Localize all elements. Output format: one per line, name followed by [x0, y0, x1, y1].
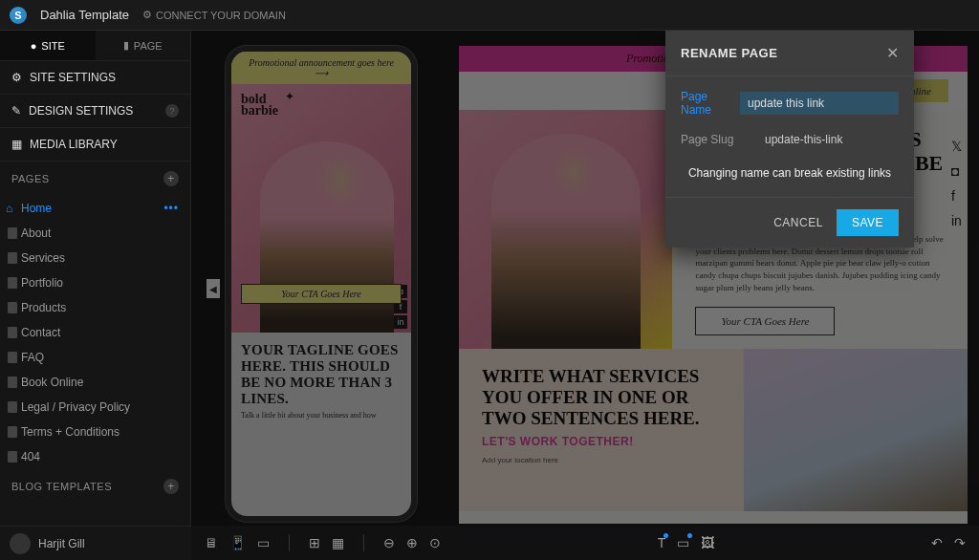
tab-site[interactable]: ● SITE — [0, 31, 96, 60]
app-logo-icon: S — [10, 7, 27, 24]
hero-image-placeholder — [260, 141, 394, 333]
grid-tools: ⊞ ▦ — [309, 535, 344, 550]
hero-image-placeholder — [491, 134, 641, 349]
tab-page-label: PAGE — [134, 40, 163, 52]
add-blog-template-button[interactable]: + — [163, 479, 179, 494]
services-text: WRITE WHAT SERVICES YOU OFFER IN ONE OR … — [459, 349, 744, 511]
pages-section-header: PAGES + — [0, 162, 190, 196]
close-icon[interactable]: ✕ — [886, 44, 899, 62]
page-item-contact[interactable]: Contact — [0, 320, 190, 345]
page-slug-label: Page Slug — [681, 133, 755, 146]
sidebar-item-media-library[interactable]: ▦ MEDIA LIBRARY — [0, 128, 190, 162]
mobile-promo-banner: Promotional announcement goes here ⟶ — [231, 52, 411, 84]
zoom-in-icon[interactable]: ⊕ — [406, 535, 418, 550]
text-tool-icon[interactable]: T — [658, 535, 666, 550]
bottom-toolbar: 🖥 📱 ▭ ⊞ ▦ ⊖ ⊕ ⊙ T ▭ 🖼 ↶ ↷ — [191, 526, 979, 560]
pages-header-label: PAGES — [11, 173, 50, 184]
sidebar-item-design-settings[interactable]: ✎ DESIGN SETTINGS ? — [0, 95, 190, 128]
cancel-button[interactable]: CANCEL — [773, 216, 823, 229]
site-name: Dahlia Template — [40, 8, 129, 22]
page-item-label: Legal / Privacy Policy — [21, 400, 130, 414]
page-item-menu-icon[interactable]: ••• — [163, 202, 179, 215]
canvas-area: Promotional announcement goes here ⟶ bol… — [191, 31, 979, 526]
desktop-icon[interactable]: 🖥 — [205, 535, 218, 550]
design-settings-label: DESIGN SETTINGS — [29, 104, 133, 118]
modal-warning-text: Changing name can break existing links — [681, 162, 899, 187]
page-list: ⌂ Home ••• About Services Portfolio Prod… — [0, 196, 190, 469]
undo-icon[interactable]: ↶ — [931, 535, 943, 550]
page-item-label: Contact — [21, 326, 60, 339]
page-item-label: Products — [21, 301, 66, 314]
page-item-label: Home — [21, 202, 52, 215]
page-name-row: Page Name — [681, 90, 899, 117]
page-item-services[interactable]: Services — [0, 246, 190, 270]
page-item-products[interactable]: Products — [0, 295, 190, 320]
rename-page-modal: RENAME PAGE ✕ Page Name Page Slug update… — [665, 31, 914, 248]
device-switcher: 🖥 📱 ▭ — [205, 535, 270, 550]
brand-line2: barbie — [241, 103, 278, 118]
page-item-label: Portfolio — [21, 276, 63, 290]
page-item-404[interactable]: 404 — [0, 444, 190, 469]
services-heading: WRITE WHAT SERVICES YOU OFFER IN ONE OR … — [482, 366, 721, 429]
prev-device-button[interactable]: ◀ — [207, 279, 220, 298]
site-settings-label: SITE SETTINGS — [30, 71, 116, 84]
page-slug-value: update-this-link — [765, 128, 899, 151]
image-tool-icon[interactable]: 🖼 — [701, 535, 714, 550]
page-name-input[interactable] — [740, 92, 899, 115]
facebook-icon: f — [951, 188, 962, 204]
brand-logo: bold barbie — [241, 94, 278, 117]
modal-body: Page Name Page Slug update-this-link Cha… — [665, 76, 914, 197]
user-name: Harjit Gill — [38, 537, 85, 550]
page-icon: ▮ — [123, 39, 129, 52]
save-button[interactable]: SAVE — [837, 209, 899, 236]
tablet-icon[interactable]: ▭ — [257, 535, 270, 550]
mobile-tagline-body: Talk a little bit about your business an… — [241, 411, 402, 420]
promo-text: Promotional announcement goes here — [249, 57, 394, 68]
desktop-cta-button: Your CTA Goes Here — [695, 307, 835, 335]
desktop-social-icons: 𝕏 ◘ f in — [951, 139, 962, 228]
add-page-button[interactable]: + — [163, 171, 179, 186]
arrow-right-icon: ⟶ — [315, 68, 328, 78]
gear-icon: ⚙ — [142, 9, 152, 21]
page-item-label: Terms + Conditions — [21, 425, 120, 439]
pencil-icon: ✎ — [11, 104, 21, 118]
help-icon[interactable]: ? — [165, 104, 179, 118]
modal-footer: CANCEL SAVE — [665, 197, 914, 248]
zoom-out-icon[interactable]: ⊖ — [383, 535, 395, 550]
mobile-icon[interactable]: 📱 — [229, 535, 246, 550]
twitter-icon: 𝕏 — [951, 139, 962, 154]
modal-header: RENAME PAGE ✕ — [665, 31, 914, 76]
page-item-terms[interactable]: Terms + Conditions — [0, 420, 190, 444]
snap-icon[interactable]: ▦ — [332, 535, 344, 550]
page-item-faq[interactable]: FAQ — [0, 345, 190, 370]
redo-icon[interactable]: ↷ — [954, 535, 966, 550]
sparkle-icon: ✦ — [285, 90, 294, 103]
avatar — [10, 533, 31, 554]
history-tools: ↶ ↷ — [931, 535, 966, 550]
page-item-home[interactable]: ⌂ Home ••• — [0, 196, 190, 221]
page-item-book-online[interactable]: Book Online — [0, 370, 190, 395]
mobile-tagline: YOUR TAGLINE GOES HERE. THIS SHOULD BE N… — [241, 342, 402, 407]
mobile-preview-frame[interactable]: Promotional announcement goes here ⟶ bol… — [226, 46, 417, 522]
instagram-icon: ◘ — [951, 163, 962, 179]
user-bar[interactable]: Harjit Gill — [0, 526, 191, 560]
zoom-fit-icon[interactable]: ⊙ — [429, 535, 441, 550]
mobile-hero: bold barbie ✦ Your CTA Goes Here ◘ f in — [231, 84, 411, 333]
page-name-label: Page Name — [681, 90, 730, 117]
globe-icon: ● — [31, 40, 37, 52]
desktop-hero-image — [459, 110, 672, 349]
mobile-cta-banner: Your CTA Goes Here — [241, 284, 402, 304]
shape-tool-icon[interactable]: ▭ — [677, 535, 689, 550]
connect-domain-link[interactable]: ⚙ CONNECT YOUR DOMAIN — [142, 9, 286, 21]
page-item-about[interactable]: About — [0, 221, 190, 246]
connect-domain-label: CONNECT YOUR DOMAIN — [156, 10, 286, 21]
page-item-legal[interactable]: Legal / Privacy Policy — [0, 395, 190, 420]
media-library-label: MEDIA LIBRARY — [30, 138, 118, 151]
grid-icon[interactable]: ⊞ — [309, 535, 320, 550]
sidebar-item-site-settings[interactable]: ⚙ SITE SETTINGS — [0, 61, 190, 95]
page-item-label: FAQ — [21, 351, 44, 364]
tab-page[interactable]: ▮ PAGE — [96, 31, 191, 60]
services-subheading: LET'S WORK TOGETHER! — [482, 435, 721, 448]
services-small-text: Add your location here — [482, 456, 721, 464]
page-item-portfolio[interactable]: Portfolio — [0, 270, 190, 295]
